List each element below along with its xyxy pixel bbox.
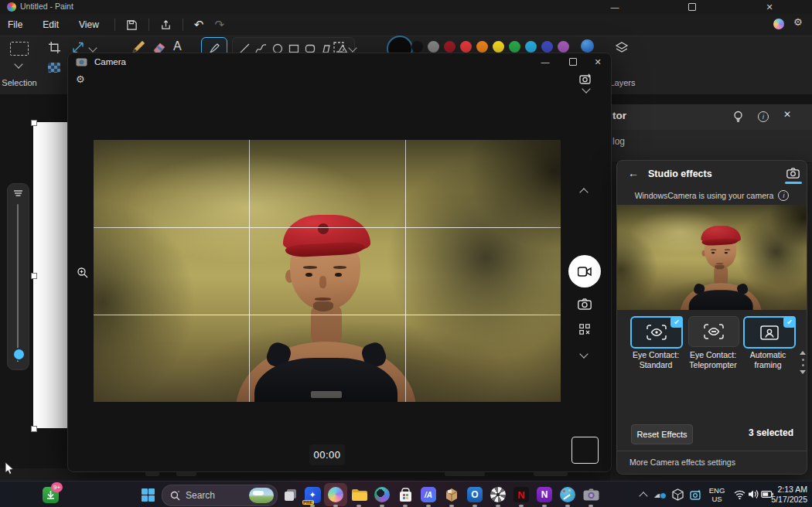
camera-effects-tab-icon[interactable] (786, 168, 800, 179)
taskbar-app-camera[interactable] (581, 485, 601, 505)
status-info-icon[interactable]: i (778, 190, 789, 201)
taskbar-app-pinwheel[interactable] (488, 485, 508, 505)
magic-select-icon[interactable] (48, 63, 60, 73)
background-window-close-icon[interactable]: ✕ (783, 109, 791, 120)
camera-maximize-button[interactable] (568, 56, 578, 67)
palette-color-swatch[interactable] (509, 41, 520, 53)
camera-settings-gear-icon[interactable]: ⚙ (76, 73, 85, 85)
carousel-up-chevron-icon[interactable] (579, 188, 588, 196)
wifi-icon[interactable] (734, 490, 745, 499)
taskbar-app-slash-a[interactable]: /A (418, 485, 438, 505)
menu-file[interactable]: File (3, 19, 27, 30)
camera-preview (94, 140, 561, 402)
camera-close-button[interactable]: ✕ (592, 56, 603, 67)
scrollbar-down-arrow[interactable] (800, 370, 806, 374)
canvas-handle[interactable] (31, 120, 37, 126)
lightbulb-icon[interactable] (732, 111, 744, 123)
share-icon[interactable] (160, 19, 172, 31)
gallery-thumbnail-button[interactable] (571, 437, 599, 464)
canvas-handle[interactable] (31, 273, 37, 279)
onenote-icon: N (537, 487, 552, 502)
save-icon[interactable] (126, 19, 138, 31)
palette-color-swatch[interactable] (525, 41, 537, 53)
start-button[interactable] (138, 485, 158, 505)
taskbar-app-box[interactable] (442, 485, 462, 505)
resize-dropdown-chevron-icon[interactable] (88, 43, 97, 52)
running-indicator (589, 505, 593, 507)
slider-track[interactable] (17, 204, 19, 351)
carousel-down-chevron-icon[interactable] (579, 349, 588, 358)
taskbar-app-paint[interactable] (558, 485, 578, 505)
task-view-button[interactable] (280, 485, 300, 505)
paint-minimize-button[interactable]: — (609, 2, 620, 12)
onedrive-cloud-icon[interactable]: ☁ (653, 488, 664, 500)
clock[interactable]: 2:13 AM 5/17/2025 (769, 485, 807, 505)
paint-canvas[interactable] (33, 122, 67, 428)
palette-color-swatch[interactable] (428, 41, 439, 53)
taskbar-app-outlook[interactable]: O (465, 485, 485, 505)
running-indicator (310, 505, 315, 507)
tray-overflow-chevron-icon[interactable] (639, 492, 647, 500)
switch-camera-icon[interactable] (579, 73, 592, 85)
running-indicator (403, 505, 408, 507)
taskbar-app-file-explorer[interactable] (349, 485, 369, 505)
palette-color-swatch[interactable] (493, 41, 504, 53)
slider-thumb[interactable] (12, 348, 26, 361)
scrollbar-thumb[interactable] (802, 359, 804, 361)
widgets-button[interactable]: 9+ (40, 485, 60, 505)
text-tool-icon[interactable]: A (173, 39, 182, 53)
hexagon-tray-icon[interactable] (672, 488, 684, 501)
volume-icon[interactable] (748, 489, 759, 499)
palette-color-swatch[interactable] (460, 41, 472, 53)
effect-automatic-framing[interactable]: ✔ (743, 316, 796, 349)
copilot-icon[interactable] (773, 19, 784, 29)
menu-view[interactable]: View (74, 19, 104, 30)
selection-tool[interactable] (10, 42, 29, 56)
palette-color-swatch[interactable] (541, 41, 553, 53)
camera-minimize-button[interactable]: — (540, 56, 551, 67)
photo-mode-icon[interactable] (578, 298, 592, 310)
redo-icon[interactable]: ↷ (214, 18, 224, 32)
paint-maximize-button[interactable] (687, 2, 698, 12)
paint-zoom-slider[interactable] (7, 183, 29, 370)
reset-effects-button[interactable]: Reset Effects (631, 424, 693, 444)
more-camera-effects-settings-link[interactable]: More Camera effects settings (629, 458, 735, 467)
palette-color-swatch[interactable] (558, 41, 569, 53)
scrollbar-up-arrow[interactable] (800, 351, 806, 355)
palette-color-swatch[interactable] (411, 41, 423, 53)
scrollbar-thumb[interactable] (802, 364, 804, 366)
switch-camera-chevron-icon[interactable] (582, 84, 590, 93)
paint-close-button[interactable]: ✕ (764, 2, 775, 12)
taskbar-app-netflix[interactable]: N (511, 485, 531, 505)
desktop: Untitled - Paint — ✕ File Edit View ↶ ↷ … (0, 0, 812, 507)
studio-effects-tray-icon[interactable] (690, 488, 702, 500)
taskbar-app-swirl[interactable] (372, 485, 392, 505)
palette-color-swatch[interactable] (476, 41, 488, 53)
taskbar-app-devhome-preview[interactable]: ✦ PRE (302, 485, 322, 505)
layers-icon[interactable] (615, 41, 629, 55)
taskbar-app-microsoft-store[interactable] (395, 485, 415, 505)
undo-icon[interactable]: ↶ (194, 18, 204, 32)
language-indicator[interactable]: ENGUS (706, 486, 728, 503)
search-box[interactable]: Search (162, 485, 278, 506)
palette-color-swatch[interactable] (444, 41, 455, 53)
taskbar-app-copilot[interactable] (326, 485, 346, 505)
camera-zoom-icon[interactable] (77, 267, 89, 279)
taskbar-app-onenote[interactable]: N (534, 485, 554, 505)
active-tab-underline (785, 182, 802, 184)
outline-style-icon[interactable] (333, 41, 345, 53)
canvas-handle[interactable] (31, 426, 37, 432)
effect-eye-contact-standard[interactable]: ✔ (630, 316, 683, 349)
maximize-icon (569, 58, 577, 66)
notification-badge: 9+ (51, 482, 63, 492)
crop-icon[interactable] (48, 41, 61, 54)
back-arrow-icon[interactable]: ← (628, 167, 639, 179)
selection-dropdown-chevron-icon[interactable] (14, 60, 22, 68)
effect-eye-contact-teleprompter[interactable] (688, 316, 739, 347)
barcode-mode-icon[interactable] (579, 324, 590, 335)
take-video-button[interactable] (568, 255, 601, 288)
menu-edit[interactable]: Edit (38, 19, 63, 30)
info-icon[interactable]: i (758, 111, 769, 122)
settings-gear-icon[interactable]: ⚙ (793, 16, 803, 28)
paint-copilot-button[interactable] (581, 39, 594, 53)
